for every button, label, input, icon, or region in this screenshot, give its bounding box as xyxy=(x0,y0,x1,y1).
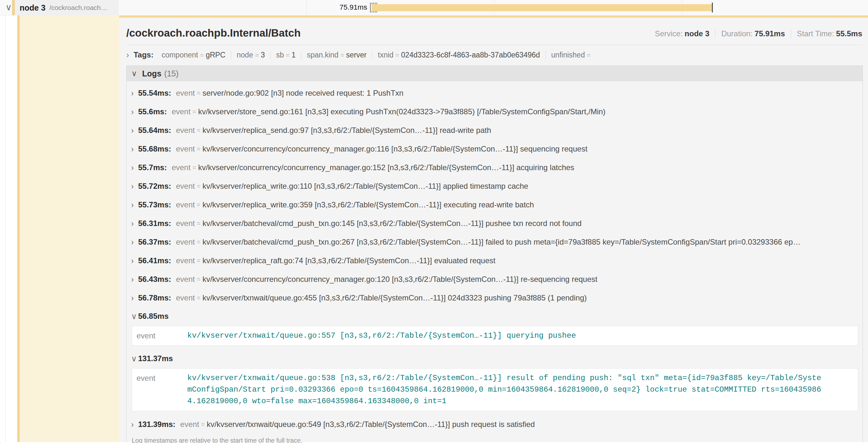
log-field-key: event xyxy=(176,144,195,154)
log-entry-collapsed[interactable]: › 131.39ms: event = kv/kvserver/txnwait/… xyxy=(131,415,858,434)
tag-item: component=gRPC xyxy=(156,51,231,59)
chevron-right-icon: › xyxy=(131,420,138,429)
log-entry-collapsed[interactable]: › 55.72ms: event = kv/kvserver/replica_w… xyxy=(131,177,858,196)
tag-item: span.kind=server xyxy=(301,51,372,59)
span-detail-header: /cockroach.roachpb.Internal/Batch Servic… xyxy=(126,18,863,45)
span-duration-label: 75.91ms xyxy=(340,3,367,11)
log-entry-expanded-header[interactable]: ∨ 131.37ms xyxy=(131,349,858,368)
logs-title: Logs xyxy=(142,69,162,78)
equals-sign: = xyxy=(195,220,203,227)
page-title: /cockroach.roachpb.Internal/Batch xyxy=(126,27,301,39)
log-entry-collapsed[interactable]: › 55.7ms: event = kv/kvserver/concurrenc… xyxy=(131,158,858,177)
tag-item: node=3 xyxy=(231,51,271,59)
equals-sign: = xyxy=(195,257,203,265)
chevron-right-icon: › xyxy=(131,256,138,266)
log-entry-collapsed[interactable]: › 56.31ms: event = kv/kvserver/batcheval… xyxy=(131,214,858,233)
log-event-detail-box: event kv/kvserver/txnwait/queue.go:557 [… xyxy=(132,326,858,346)
tag-value: 3 xyxy=(261,51,265,59)
equals-sign: = xyxy=(339,52,346,59)
equals-sign: = xyxy=(195,276,203,283)
log-timestamp: 56.78ms: xyxy=(138,294,171,302)
log-message: server/node.go:902 [n3] node received re… xyxy=(203,89,403,98)
chevron-right-icon: › xyxy=(126,50,129,60)
log-timestamp: 55.72ms: xyxy=(138,182,171,191)
service-color-stripe xyxy=(17,15,20,442)
equals-sign: = xyxy=(190,164,198,171)
chevron-down-icon: ∨ xyxy=(131,69,137,78)
equals-sign: = xyxy=(585,52,593,59)
chevron-right-icon: › xyxy=(131,294,138,303)
span-meta-item: Duration:75.91ms xyxy=(715,29,791,38)
log-entry-collapsed[interactable]: › 55.64ms: event = kv/kvserver/replica_s… xyxy=(131,121,858,140)
log-message-monospace: kv/kvserver/txnwait/queue.go:557 [n3,s3,… xyxy=(187,330,576,342)
equals-sign: = xyxy=(198,52,206,59)
equals-sign: = xyxy=(253,52,261,59)
logs-count: (15) xyxy=(164,69,178,78)
tag-key: component xyxy=(162,51,198,59)
chevron-right-icon: › xyxy=(131,107,138,116)
log-field-key: event xyxy=(176,89,195,98)
log-field-key: event xyxy=(180,420,199,429)
chevron-right-icon: › xyxy=(131,238,138,247)
equals-sign: = xyxy=(195,239,203,246)
chevron-right-icon: › xyxy=(131,144,138,154)
log-timestamp: 55.54ms: xyxy=(138,89,171,98)
chevron-right-icon: › xyxy=(131,163,138,172)
chevron-down-icon: ∨ xyxy=(131,312,138,321)
logs-section: ∨ Logs (15) › 55.54ms: event = server/no… xyxy=(126,66,863,443)
log-entry-collapsed[interactable]: › 55.73ms: event = kv/kvserver/replica_w… xyxy=(131,196,858,214)
log-entry-expanded: ∨ 56.85ms event kv/kvserver/txnwait/queu… xyxy=(131,307,858,346)
equals-sign: = xyxy=(190,108,198,115)
equals-sign: = xyxy=(195,127,203,134)
equals-sign: = xyxy=(195,201,203,209)
log-message: kv/kvserver/store_send.go:161 [n3,s3] ex… xyxy=(198,107,606,116)
log-timestamp: 56.85ms xyxy=(138,312,169,321)
log-entry-collapsed[interactable]: › 55.68ms: event = kv/kvserver/concurren… xyxy=(131,140,858,158)
log-message-monospace: kv/kvserver/txnwait/queue.go:538 [n3,s3,… xyxy=(187,372,825,407)
log-entry-collapsed[interactable]: › 55.6ms: event = kv/kvserver/store_send… xyxy=(131,102,858,121)
span-name-tab[interactable]: node 3 /cockroach.roach… xyxy=(12,0,119,15)
equals-sign: = xyxy=(195,90,203,97)
log-message: kv/kvserver/batcheval/cmd_push_txn.go:14… xyxy=(203,219,582,228)
span-detail-panel: /cockroach.roachpb.Internal/Batch Servic… xyxy=(119,15,868,442)
equals-sign: = xyxy=(195,145,203,153)
log-message: kv/kvserver/concurrency/concurrency_mana… xyxy=(198,163,575,172)
log-entry-collapsed[interactable]: › 56.43ms: event = kv/kvserver/concurren… xyxy=(131,270,858,288)
log-message: kv/kvserver/replica_write.go:359 [n3,s3,… xyxy=(203,200,534,209)
span-duration-bar[interactable] xyxy=(372,4,713,11)
log-field-key: event xyxy=(176,200,195,209)
log-entry-collapsed[interactable]: › 55.54ms: event = server/node.go:902 [n… xyxy=(131,84,858,102)
tag-value: server xyxy=(346,51,367,59)
tag-key: span.kind xyxy=(307,51,338,59)
tags-toggle[interactable]: › Tags: xyxy=(126,50,154,60)
log-entry-expanded-header[interactable]: ∨ 56.85ms xyxy=(131,307,858,325)
span-meta-item: Service:node 3 xyxy=(649,29,715,38)
log-timestamp: 55.7ms: xyxy=(138,163,167,172)
log-entry-collapsed[interactable]: › 56.78ms: event = kv/kvserver/txnwait/q… xyxy=(131,288,858,307)
equals-sign: = xyxy=(199,421,207,428)
log-timestamp: 131.39ms: xyxy=(138,420,176,429)
log-entries: › 55.54ms: event = server/node.go:902 [n… xyxy=(127,81,863,443)
log-field-key: event xyxy=(176,294,195,302)
tag-key: sb xyxy=(276,51,284,59)
tag-key: txnid xyxy=(378,51,394,59)
log-timestamp: 131.37ms xyxy=(138,354,173,363)
equals-sign: = xyxy=(394,52,401,59)
log-entry-collapsed[interactable]: › 56.41ms: event = kv/kvserver/replica_r… xyxy=(131,251,858,270)
tag-key: node xyxy=(237,51,253,59)
log-field-key: event xyxy=(136,330,187,342)
log-timestamp: 56.41ms: xyxy=(138,256,171,265)
tag-value: 1 xyxy=(291,51,296,59)
log-timestamp: 56.37ms: xyxy=(138,238,171,246)
tags-row: › Tags: component=gRPC node=3 sb=1 span.… xyxy=(126,45,863,65)
equals-sign: = xyxy=(195,294,203,302)
log-entry-expanded: ∨ 131.37ms event kv/kvserver/txnwait/que… xyxy=(131,349,858,411)
log-entry-collapsed[interactable]: › 56.37ms: event = kv/kvserver/batcheval… xyxy=(131,233,858,251)
equals-sign: = xyxy=(284,52,292,59)
tags-label: Tags: xyxy=(134,50,154,59)
log-timestamp: 55.73ms: xyxy=(138,200,171,209)
logs-section-header[interactable]: ∨ Logs (15) xyxy=(127,66,863,81)
tags-list: component=gRPC node=3 sb=1 span.kind=ser… xyxy=(156,51,598,59)
log-field-key: event xyxy=(176,219,195,228)
span-end-tick xyxy=(712,3,713,12)
